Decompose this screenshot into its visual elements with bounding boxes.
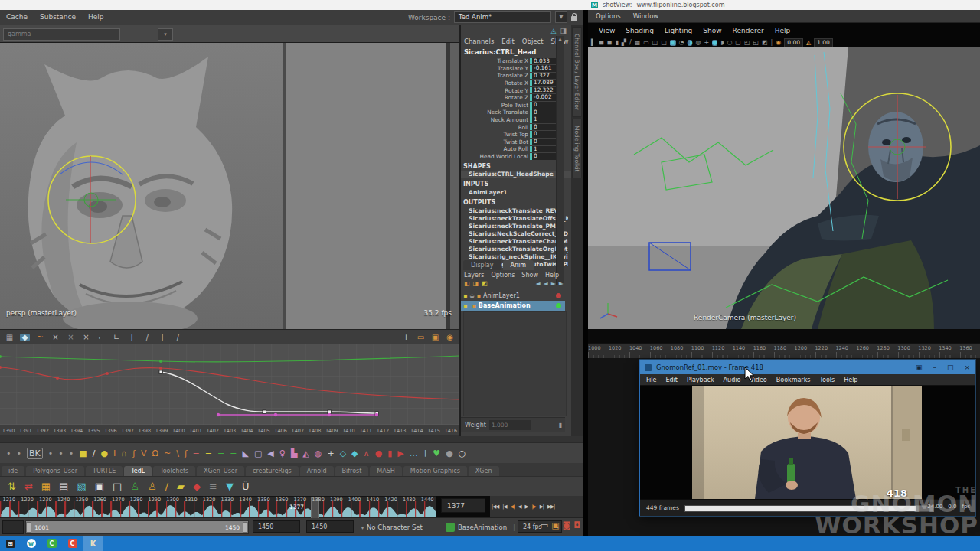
list-icon[interactable]: ≡ <box>209 481 217 491</box>
curve-valley-icon[interactable]: V <box>141 449 147 458</box>
channel-box-scrollbar[interactable]: ▲ ▼ <box>556 36 564 285</box>
time-snap-icon[interactable]: ▭ <box>416 334 426 341</box>
output-node-item[interactable]: Sicarius:neckTranslateOrgDist_MD <box>461 246 568 253</box>
graph-grid-icon[interactable]: ▦ <box>5 334 15 341</box>
next-key-button[interactable]: |▶ <box>531 501 537 512</box>
minimize-button[interactable]: – <box>933 364 936 371</box>
channel-row[interactable]: Translate Y -0.161 <box>461 65 564 73</box>
layer-status-dot[interactable] <box>556 303 561 308</box>
shelf-tab[interactable]: TURTLE <box>86 466 122 476</box>
rig-icon[interactable]: † <box>423 449 428 458</box>
clamped-tangents-icon[interactable]: × <box>66 334 76 341</box>
render-viewport-canvas[interactable] <box>588 47 980 329</box>
taskbar-app-camtasia[interactable]: C <box>41 536 62 551</box>
insert-keys-icon[interactable]: ◆ <box>20 334 30 341</box>
create-override-layer-icon[interactable]: ◩ <box>482 281 488 287</box>
lighting-icon[interactable]: ◗ <box>720 40 724 46</box>
grid-icon[interactable]: ▦ <box>635 40 641 46</box>
channel-row[interactable]: Head World Local 0 <box>461 153 564 161</box>
playblast-icon[interactable]: ▶ <box>397 449 403 458</box>
script-editor-icon[interactable]: ▭ <box>541 521 548 530</box>
tab-anim[interactable]: Anim <box>503 260 534 270</box>
frame-icon[interactable]: ▣ <box>95 481 104 491</box>
selected-node-name[interactable]: Sicarius:CTRL_Head <box>464 48 536 56</box>
viewport-split-icon[interactable]: ◱ <box>753 40 759 46</box>
layer-key-icon[interactable]: ▪ <box>472 302 475 309</box>
stack-red-icon[interactable]: ≡ <box>193 449 200 458</box>
prev-key-button[interactable]: ◀| <box>508 501 515 512</box>
record-icon[interactable]: ● <box>375 449 383 458</box>
image-plane-icon[interactable]: ▞ <box>622 40 626 46</box>
zoom-icon[interactable]: ○ <box>459 449 466 458</box>
video-titlebar[interactable]: GnomonRef_01.mov - Frame 418 ▣ – □ × <box>640 360 975 374</box>
video-menu-item[interactable]: File <box>646 377 656 383</box>
shelf-tab[interactable]: creatureRigs <box>246 466 299 476</box>
bookmark-icon[interactable]: ▮ <box>387 449 392 458</box>
output-node-item[interactable]: Sicarius:neckTranslate_REV <box>461 207 568 215</box>
graph-editor-canvas[interactable] <box>0 344 459 425</box>
video-menu-item[interactable]: Audio <box>724 377 741 383</box>
channel-row[interactable]: Neck Translate 0 <box>461 109 564 116</box>
viewport-menu-item[interactable]: Lighting <box>665 27 692 34</box>
viewport-menu-item[interactable]: Renderer <box>733 27 764 34</box>
gate-mask-icon[interactable]: □ <box>661 40 667 46</box>
resolution-gate-icon[interactable]: ◫ <box>652 40 658 46</box>
empty-frame-icon[interactable]: □ <box>113 481 122 491</box>
persp-viewport-canvas[interactable] <box>0 43 459 330</box>
health-icon[interactable]: ♥ <box>433 449 440 458</box>
anim-layer-indicator-box[interactable] <box>2 520 24 534</box>
go-to-start-button[interactable]: |◀◀ <box>490 501 500 512</box>
video-menu-item[interactable]: Bookmarks <box>776 377 811 383</box>
speed-state-icon[interactable]: ◨ <box>560 28 567 34</box>
menu-item[interactable]: Substance <box>40 13 76 21</box>
stack-yellow-icon[interactable]: ≡ <box>205 449 212 458</box>
flip-pose-icon[interactable]: ◭ <box>302 449 309 458</box>
menu-item[interactable]: Cache <box>6 13 28 21</box>
base-animation-row[interactable]: ▪ ▪ BaseAnimation <box>461 301 565 311</box>
channel-row[interactable]: Rotate Z -0.002 <box>461 94 564 102</box>
gamma-icon[interactable]: ◭ <box>806 40 811 46</box>
lock-camera-icon[interactable]: ◼ <box>599 40 604 46</box>
channel-box-menu-item[interactable]: Channels <box>464 37 494 45</box>
channel-row[interactable]: Rotate X 17.089 <box>461 80 564 87</box>
move-key-tool-icon[interactable]: + <box>401 334 411 341</box>
layer-lock-icon[interactable]: ▪ <box>463 302 467 309</box>
hotkey-editor-icon[interactable]: ◙ <box>563 521 571 530</box>
channel-row[interactable]: Pole Twist 0 <box>461 102 564 109</box>
stack-green-icon[interactable]: ≡ <box>217 449 224 458</box>
character-green-icon[interactable]: ♙ <box>130 481 139 491</box>
curve-wave-icon[interactable]: ~ <box>164 449 171 458</box>
output-node-item[interactable]: Sicarius:NeckScaleCorrect_MD <box>461 230 568 238</box>
stack-green2-icon[interactable]: ≡ <box>230 449 237 458</box>
shelf-tab[interactable]: TedL <box>124 466 152 476</box>
shelf-tab-clipped[interactable]: ide <box>2 466 24 476</box>
viewport-menu-item[interactable]: View <box>599 27 615 34</box>
value-snap-icon[interactable]: ▣ <box>430 334 440 341</box>
close-button[interactable]: × <box>964 364 970 371</box>
workspace-lock-icon[interactable] <box>571 16 577 21</box>
step-back-frame-button[interactable]: |◀ <box>501 501 508 512</box>
video-menu-item[interactable]: Video <box>750 377 766 383</box>
key-dot-icon[interactable]: • <box>58 449 64 458</box>
anim-layer-empty-area[interactable] <box>463 311 567 416</box>
anim-panel-menu-item[interactable]: Show <box>521 272 538 279</box>
ao-icon[interactable]: ◩ <box>762 40 768 46</box>
shelf-tab[interactable]: MASH <box>370 466 401 476</box>
layer-status-dot[interactable] <box>556 293 561 298</box>
pick-walk-icon[interactable]: ◀ <box>267 449 273 458</box>
shelf-tab[interactable]: Bifrost <box>335 466 369 476</box>
anim-layer-row[interactable]: ▪ ◒ ▪ AnimLayer1 <box>461 291 565 301</box>
shelf-tab[interactable]: XGen <box>469 466 499 476</box>
exposure-icon[interactable]: ◉ <box>776 40 781 46</box>
start-button[interactable]: ⊞ <box>0 536 21 551</box>
taskbar-app-keyframe-active[interactable]: K <box>83 536 103 551</box>
extract-layer-icon[interactable]: ► <box>551 281 556 287</box>
range-end-handle[interactable] <box>243 522 248 533</box>
key-dot-icon[interactable]: • <box>69 449 74 458</box>
video-progress-bar[interactable] <box>684 505 934 512</box>
wireframe-on-shaded-icon[interactable]: ◍ <box>695 40 701 46</box>
more-icon[interactable]: … <box>410 449 418 458</box>
xray-icon[interactable]: + <box>704 40 709 46</box>
shotview-menu-item[interactable]: Options <box>596 12 621 20</box>
graph-io-icon[interactable]: ⇅ <box>8 481 16 491</box>
